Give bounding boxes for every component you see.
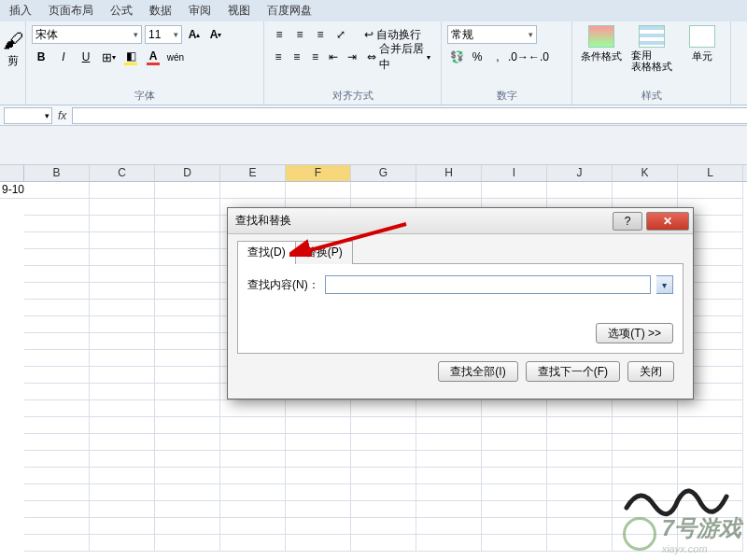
cell[interactable] bbox=[24, 535, 90, 552]
col-header[interactable]: D bbox=[155, 165, 220, 181]
cell[interactable] bbox=[155, 266, 220, 283]
col-header[interactable]: I bbox=[482, 165, 547, 181]
cell[interactable] bbox=[90, 367, 155, 384]
cell[interactable] bbox=[351, 501, 416, 518]
align-center-icon[interactable]: ≡ bbox=[289, 48, 305, 66]
cell[interactable] bbox=[547, 451, 613, 468]
cell[interactable] bbox=[286, 451, 351, 468]
cell[interactable] bbox=[678, 451, 743, 468]
cell[interactable] bbox=[90, 434, 155, 451]
cell[interactable] bbox=[416, 468, 482, 484]
tab-data[interactable]: 数据 bbox=[149, 3, 172, 19]
cell[interactable] bbox=[482, 451, 547, 468]
cell[interactable] bbox=[155, 535, 220, 552]
cell[interactable] bbox=[482, 400, 547, 417]
cell[interactable] bbox=[547, 434, 613, 451]
cell[interactable] bbox=[286, 434, 351, 451]
comma-button[interactable]: , bbox=[488, 48, 507, 66]
cell[interactable] bbox=[286, 400, 351, 417]
cell[interactable] bbox=[90, 232, 155, 249]
format-as-table-button[interactable]: 套用 表格格式 bbox=[629, 25, 674, 72]
cell[interactable] bbox=[351, 400, 416, 417]
cell[interactable] bbox=[155, 501, 220, 518]
tab-view[interactable]: 视图 bbox=[228, 3, 250, 19]
cell[interactable] bbox=[351, 417, 416, 434]
fx-icon[interactable]: fx bbox=[52, 109, 72, 122]
indent-inc-icon[interactable]: ⇥ bbox=[344, 48, 360, 66]
cell[interactable] bbox=[90, 266, 155, 283]
col-header[interactable]: L bbox=[678, 165, 743, 181]
cell[interactable] bbox=[220, 434, 286, 451]
cell[interactable] bbox=[90, 182, 155, 199]
cell[interactable] bbox=[220, 501, 286, 518]
font-name-combo[interactable]: 宋体 ▾ bbox=[32, 25, 142, 44]
col-header[interactable]: F bbox=[286, 165, 351, 181]
cell[interactable] bbox=[155, 400, 220, 417]
cell[interactable] bbox=[90, 484, 155, 501]
cell[interactable] bbox=[613, 417, 678, 434]
cell[interactable] bbox=[24, 384, 90, 400]
cell[interactable] bbox=[90, 451, 155, 468]
cell[interactable] bbox=[416, 400, 482, 417]
close-icon[interactable]: ✕ bbox=[646, 212, 689, 231]
tab-review[interactable]: 审阅 bbox=[189, 3, 211, 19]
cell[interactable] bbox=[547, 535, 613, 552]
cell[interactable] bbox=[90, 333, 155, 350]
tab-formulas[interactable]: 公式 bbox=[110, 3, 133, 19]
cell[interactable] bbox=[220, 451, 286, 468]
col-header[interactable]: H bbox=[416, 165, 482, 181]
cell[interactable] bbox=[547, 484, 613, 501]
col-header[interactable]: B bbox=[24, 165, 90, 181]
cell[interactable] bbox=[155, 451, 220, 468]
cell[interactable] bbox=[286, 468, 351, 484]
cell[interactable] bbox=[547, 518, 613, 535]
close-button[interactable]: 关闭 bbox=[627, 361, 674, 382]
cell[interactable] bbox=[90, 384, 155, 400]
cell[interactable] bbox=[416, 484, 482, 501]
cell[interactable] bbox=[286, 518, 351, 535]
cell[interactable] bbox=[24, 501, 90, 518]
cell[interactable] bbox=[155, 300, 220, 316]
cell[interactable] bbox=[155, 468, 220, 484]
cell[interactable] bbox=[613, 451, 678, 468]
col-header[interactable]: G bbox=[351, 165, 416, 181]
cell[interactable] bbox=[24, 417, 90, 434]
cell[interactable] bbox=[482, 468, 547, 484]
align-top-icon[interactable]: ≡ bbox=[270, 25, 289, 44]
cell[interactable] bbox=[24, 300, 90, 316]
cell[interactable] bbox=[482, 484, 547, 501]
cell[interactable] bbox=[286, 182, 351, 199]
cell[interactable] bbox=[416, 434, 482, 451]
cell[interactable] bbox=[547, 501, 613, 518]
align-left-icon[interactable]: ≡ bbox=[270, 48, 287, 66]
cell[interactable] bbox=[24, 518, 90, 535]
options-button[interactable]: 选项(T) >> bbox=[596, 323, 673, 343]
cell[interactable] bbox=[155, 417, 220, 434]
format-painter-icon[interactable]: 🖌 bbox=[3, 29, 23, 53]
cell[interactable] bbox=[286, 501, 351, 518]
cell[interactable] bbox=[24, 451, 90, 468]
formula-input[interactable] bbox=[72, 107, 747, 124]
cell[interactable] bbox=[613, 400, 678, 417]
currency-button[interactable]: 💱 bbox=[447, 48, 466, 66]
cell[interactable] bbox=[416, 417, 482, 434]
col-header[interactable]: E bbox=[220, 165, 286, 181]
find-input[interactable] bbox=[325, 275, 651, 294]
cell[interactable] bbox=[155, 199, 220, 216]
cell[interactable] bbox=[90, 199, 155, 216]
cell[interactable] bbox=[90, 417, 155, 434]
cell[interactable] bbox=[220, 518, 286, 535]
conditional-format-button[interactable]: 条件格式 bbox=[579, 25, 624, 72]
percent-button[interactable]: % bbox=[468, 48, 486, 66]
cell[interactable] bbox=[24, 367, 90, 384]
cell[interactable] bbox=[482, 434, 547, 451]
tab-insert[interactable]: 插入 bbox=[9, 3, 32, 19]
underline-button[interactable]: U bbox=[77, 48, 95, 66]
cell[interactable] bbox=[24, 266, 90, 283]
phonetic-button[interactable]: wén bbox=[166, 48, 185, 66]
cell[interactable] bbox=[351, 182, 416, 199]
cell[interactable] bbox=[90, 518, 155, 535]
cell[interactable] bbox=[155, 384, 220, 400]
align-middle-icon[interactable]: ≡ bbox=[290, 25, 309, 44]
cell[interactable] bbox=[155, 367, 220, 384]
